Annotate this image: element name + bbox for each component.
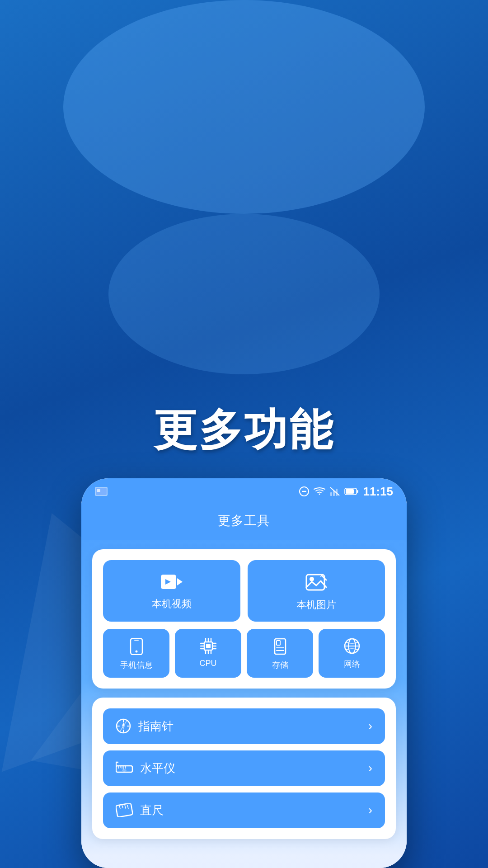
bg-decoration-1: [63, 0, 425, 214]
ruler-label: 直尺: [140, 802, 164, 818]
phone-info-button[interactable]: 手机信息: [103, 629, 169, 678]
storage-icon: [273, 638, 287, 655]
list-tools-card: 指南针 ›: [92, 698, 396, 839]
battery-icon: [344, 487, 359, 495]
status-time: 11:15: [363, 485, 394, 499]
signal-icon: [330, 487, 340, 496]
svg-line-18: [321, 576, 322, 576]
level-left: 水平仪: [116, 760, 175, 776]
svg-rect-60: [116, 803, 133, 817]
bg-decoration-2: [108, 214, 380, 374]
svg-rect-5: [330, 492, 332, 496]
svg-point-20: [135, 650, 137, 652]
svg-line-61: [119, 806, 120, 809]
large-tools-grid: 本机视频: [103, 560, 385, 622]
svg-point-16: [310, 577, 314, 581]
level-arrow: ›: [368, 761, 372, 775]
cards-area: 本机视频: [81, 540, 407, 848]
status-bar: 11:15: [81, 478, 407, 503]
level-button[interactable]: 水平仪 ›: [103, 750, 385, 786]
status-right: 11:15: [299, 485, 394, 499]
storage-button[interactable]: 存储: [247, 629, 313, 678]
cpu-label: CPU: [199, 659, 216, 668]
cpu-icon: [200, 638, 216, 654]
svg-rect-23: [206, 644, 211, 648]
compass-button[interactable]: 指南针 ›: [103, 708, 385, 744]
svg-rect-10: [346, 489, 354, 494]
phone-info-label: 手机信息: [120, 660, 153, 670]
svg-line-64: [127, 805, 128, 809]
app-header: 更多工具: [81, 503, 407, 540]
ruler-icon: [116, 803, 133, 817]
ruler-left: 直尺: [116, 802, 164, 818]
small-tools-grid: 手机信息: [103, 629, 385, 678]
network-button[interactable]: 网络: [319, 629, 385, 678]
svg-rect-37: [277, 641, 280, 645]
video-icon: [160, 573, 183, 591]
compass-left: 指南针: [116, 718, 174, 734]
ruler-button[interactable]: 直尺 ›: [103, 793, 385, 828]
level-label: 水平仪: [140, 760, 175, 776]
compass-label: 指南针: [138, 718, 174, 734]
svg-line-62: [122, 805, 123, 808]
dnd-icon: [299, 486, 309, 496]
svg-rect-2: [97, 489, 100, 492]
svg-line-63: [125, 805, 126, 808]
image-icon: [305, 573, 327, 592]
cpu-button[interactable]: CPU: [175, 629, 241, 678]
local-video-button[interactable]: 本机视频: [103, 560, 240, 622]
page-title: 更多功能: [154, 401, 334, 460]
local-images-label: 本机图片: [296, 598, 336, 612]
svg-marker-13: [177, 578, 183, 585]
status-left: [95, 487, 108, 496]
phone-screen: 更多工具: [81, 503, 407, 868]
wifi-icon: [314, 487, 325, 496]
svg-rect-11: [357, 490, 358, 493]
local-images-button[interactable]: 本机图片: [248, 560, 385, 622]
phone-icon: [129, 638, 144, 655]
network-icon: [344, 638, 360, 654]
network-label: 网络: [344, 659, 360, 670]
local-video-label: 本机视频: [152, 597, 192, 611]
level-icon: [116, 761, 133, 775]
tools-card: 本机视频: [92, 549, 396, 689]
app-header-title: 更多工具: [218, 514, 270, 528]
compass-icon: [116, 718, 131, 734]
compass-arrow: ›: [368, 719, 372, 733]
ruler-arrow: ›: [368, 803, 372, 817]
notification-icon: [95, 487, 108, 496]
svg-point-57: [122, 769, 127, 772]
storage-label: 存储: [272, 660, 288, 670]
phone-mockup: 11:15 更多工具: [81, 478, 407, 868]
